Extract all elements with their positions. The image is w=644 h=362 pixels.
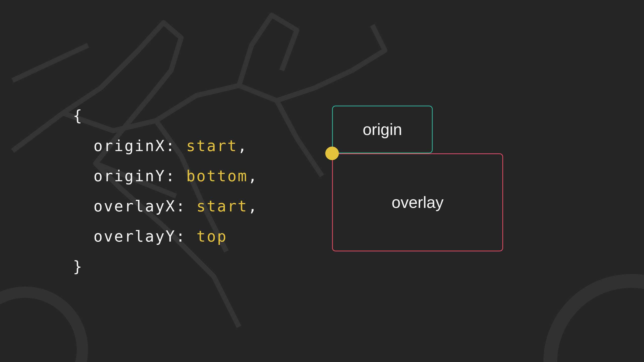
- code-key: overlayX: [94, 197, 176, 215]
- code-value: bottom: [186, 167, 248, 185]
- anchor-point-icon: [325, 147, 339, 160]
- brace-open: {: [73, 107, 83, 124]
- code-value: start: [196, 197, 248, 215]
- code-key: overlayY: [94, 228, 176, 245]
- decorative-arc-bottom-left: [0, 287, 88, 362]
- origin-box: origin: [332, 106, 433, 153]
- code-value: top: [196, 228, 227, 245]
- origin-label: origin: [363, 120, 402, 139]
- code-key: originX: [94, 137, 166, 155]
- overlay-label: overlay: [392, 193, 444, 212]
- brace-close: }: [73, 258, 83, 275]
- code-key: originY: [94, 167, 166, 185]
- overlay-box: overlay: [332, 153, 503, 251]
- code-value: start: [186, 137, 238, 155]
- decorative-arc-bottom-right: [543, 274, 644, 362]
- code-snippet: { originX: start, originY: bottom, overl…: [73, 101, 258, 282]
